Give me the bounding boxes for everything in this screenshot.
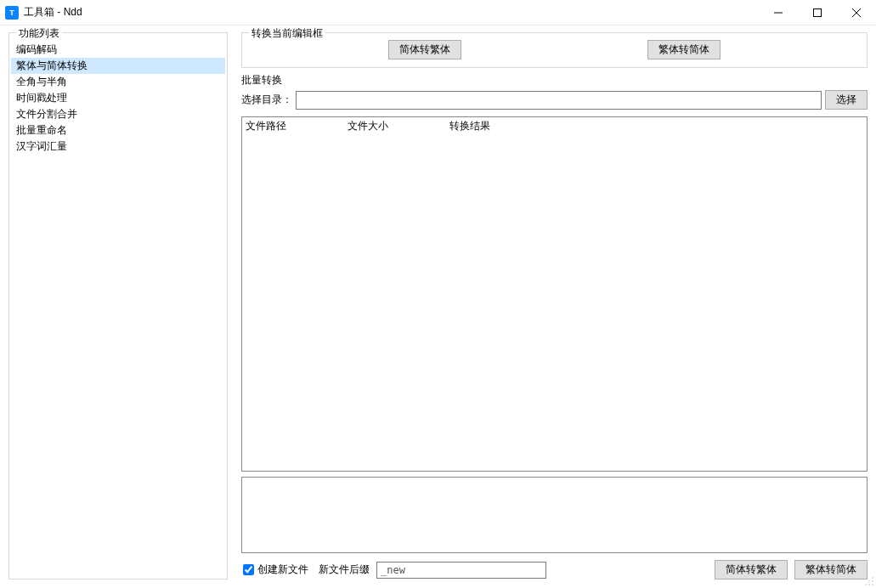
title-bar: T 工具箱 - Ndd [0, 0, 876, 25]
create-new-file-label: 创建新文件 [257, 563, 308, 577]
resize-grip-icon[interactable] [864, 576, 874, 586]
convert-current-title: 转换当前编辑框 [249, 26, 325, 41]
function-list-item[interactable]: 文件分割合并 [11, 106, 225, 122]
new-file-suffix-label: 新文件后缀 [319, 563, 370, 577]
function-list-title: 功能列表 [16, 26, 62, 41]
svg-point-8 [868, 584, 870, 585]
create-new-file-checkbox[interactable]: 创建新文件 [243, 563, 308, 577]
choose-directory-button[interactable]: 选择 [825, 90, 868, 110]
file-table[interactable]: 文件路径 文件大小 转换结果 [241, 116, 868, 472]
close-button[interactable] [837, 0, 876, 25]
minimize-button[interactable] [759, 0, 798, 25]
batch-traditional-to-simplified-button[interactable]: 繁体转简体 [794, 560, 868, 580]
svg-point-9 [872, 584, 873, 585]
maximize-icon [813, 8, 822, 17]
table-header: 文件路径 文件大小 转换结果 [242, 117, 867, 134]
batch-convert-title: 批量转换 [241, 73, 868, 88]
svg-point-6 [872, 580, 873, 582]
simplified-to-traditional-button[interactable]: 简体转繁体 [388, 40, 461, 59]
app-icon: T [5, 6, 19, 20]
convert-current-group: 转换当前编辑框 简体转繁体 繁体转简体 [241, 32, 868, 68]
batch-convert-group: 批量转换 选择目录： 选择 文件路径 文件大小 转换结果 创建新文件 [241, 73, 868, 580]
svg-point-4 [872, 577, 873, 579]
svg-rect-1 [814, 8, 822, 16]
svg-point-5 [868, 580, 870, 582]
function-list-group: 功能列表 编码解码繁体与简体转换全角与半角时间戳处理文件分割合并批量重命名汉字词… [8, 32, 228, 580]
function-list-item[interactable]: 繁体与简体转换 [11, 58, 225, 74]
column-file-path[interactable]: 文件路径 [242, 117, 344, 135]
minimize-icon [774, 8, 783, 17]
select-directory-label: 选择目录： [241, 93, 292, 107]
window-title: 工具箱 - Ndd [24, 5, 82, 20]
function-list[interactable]: 编码解码繁体与简体转换全角与半角时间戳处理文件分割合并批量重命名汉字词汇量 [11, 42, 225, 155]
function-list-item[interactable]: 批量重命名 [11, 122, 225, 139]
log-output[interactable] [241, 477, 868, 553]
function-list-item[interactable]: 时间戳处理 [11, 90, 225, 106]
function-list-item[interactable]: 编码解码 [11, 42, 225, 58]
batch-simplified-to-traditional-button[interactable]: 简体转繁体 [715, 560, 788, 580]
traditional-to-simplified-button[interactable]: 繁体转简体 [647, 40, 721, 59]
close-icon [852, 8, 861, 17]
directory-input[interactable] [296, 91, 822, 110]
new-file-suffix-input[interactable] [376, 562, 546, 579]
svg-point-7 [865, 584, 867, 585]
column-result[interactable]: 转换结果 [446, 117, 867, 135]
function-list-item[interactable]: 全角与半角 [11, 74, 225, 90]
column-file-size[interactable]: 文件大小 [344, 117, 446, 135]
function-list-item[interactable]: 汉字词汇量 [11, 139, 225, 155]
create-new-file-input[interactable] [243, 564, 254, 575]
maximize-button[interactable] [798, 0, 837, 25]
